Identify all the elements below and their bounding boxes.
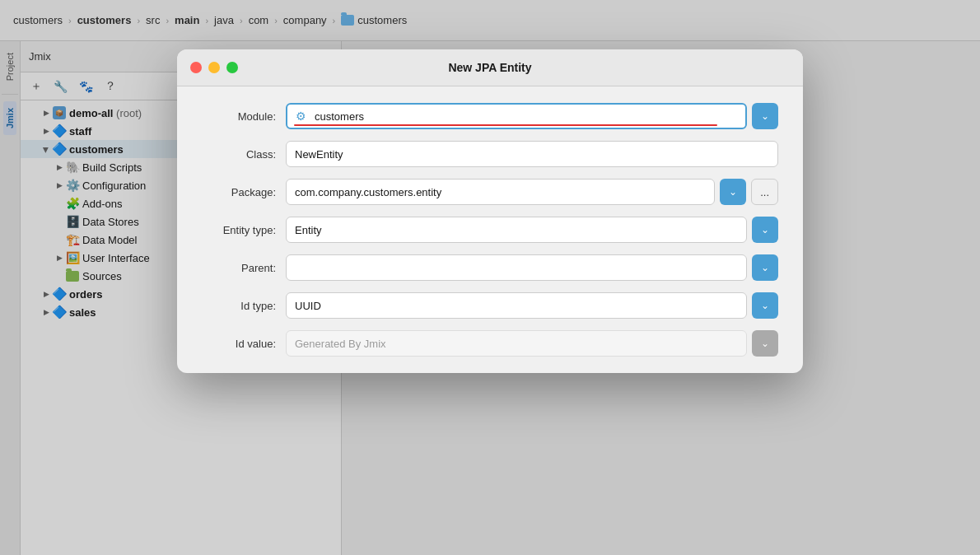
label-entity-type: Entity type:	[202, 224, 276, 236]
id-value-value: Generated By Jmix	[295, 338, 386, 350]
control-class: NewEntity	[286, 141, 778, 167]
form-row-id-value: Id value: Generated By Jmix ⌄	[202, 330, 778, 357]
package-dropdown-button[interactable]: ⌄	[720, 179, 746, 205]
new-jpa-entity-dialog: New JPA Entity Module: ⚙ customers ⌄	[177, 49, 803, 373]
dialog-title: New JPA Entity	[448, 61, 531, 74]
module-dropdown-button[interactable]: ⌄	[752, 103, 778, 129]
class-input[interactable]: NewEntity	[286, 141, 778, 167]
label-parent: Parent:	[202, 262, 276, 274]
control-parent: ⌄	[286, 254, 778, 281]
form-row-module: Module: ⚙ customers ⌄	[202, 103, 778, 129]
label-id-value: Id value:	[202, 338, 276, 350]
control-id-value: Generated By Jmix ⌄	[286, 330, 778, 357]
id-value-dropdown-button[interactable]: ⌄	[752, 330, 778, 357]
label-module: Module:	[202, 110, 276, 123]
package-input[interactable]: com.company.customers.entity	[286, 179, 715, 205]
form-row-id-type: Id type: UUID ⌄	[202, 292, 778, 319]
form-row-parent: Parent: ⌄	[202, 254, 778, 281]
class-value: NewEntity	[295, 148, 343, 161]
form-row-entity-type: Entity type: Entity ⌄	[202, 217, 778, 243]
dialog-window-controls	[190, 62, 238, 73]
parent-input[interactable]	[286, 254, 747, 281]
parent-dropdown-button[interactable]: ⌄	[752, 254, 778, 281]
id-value-input[interactable]: Generated By Jmix	[286, 330, 747, 357]
module-field-icon: ⚙	[296, 110, 306, 123]
package-browse-button[interactable]: ...	[751, 179, 778, 205]
label-class: Class:	[202, 148, 276, 161]
control-entity-type: Entity ⌄	[286, 217, 778, 243]
minimize-button[interactable]	[208, 62, 220, 73]
label-package: Package:	[202, 186, 276, 198]
module-red-underline	[294, 124, 717, 126]
id-type-value: UUID	[295, 300, 321, 312]
control-module: ⚙ customers ⌄	[286, 103, 778, 129]
control-package: com.company.customers.entity ⌄ ...	[286, 179, 778, 205]
entity-type-dropdown-button[interactable]: ⌄	[752, 217, 778, 243]
form-row-class: Class: NewEntity	[202, 141, 778, 167]
entity-type-value: Entity	[295, 224, 322, 236]
id-type-input[interactable]: UUID	[286, 292, 747, 319]
dialog-overlay: New JPA Entity Module: ⚙ customers ⌄	[0, 0, 980, 555]
id-type-dropdown-button[interactable]: ⌄	[752, 292, 778, 319]
package-value: com.company.customers.entity	[295, 186, 441, 198]
label-id-type: Id type:	[202, 300, 276, 312]
dialog-titlebar: New JPA Entity	[177, 49, 803, 86]
entity-type-input[interactable]: Entity	[286, 217, 747, 243]
close-button[interactable]	[190, 62, 202, 73]
dialog-body: Module: ⚙ customers ⌄ Class:	[177, 86, 803, 373]
module-value: customers	[315, 110, 364, 123]
maximize-button[interactable]	[226, 62, 238, 73]
form-row-package: Package: com.company.customers.entity ⌄ …	[202, 179, 778, 205]
control-id-type: UUID ⌄	[286, 292, 778, 319]
module-wrapper: ⚙ customers	[286, 103, 747, 129]
